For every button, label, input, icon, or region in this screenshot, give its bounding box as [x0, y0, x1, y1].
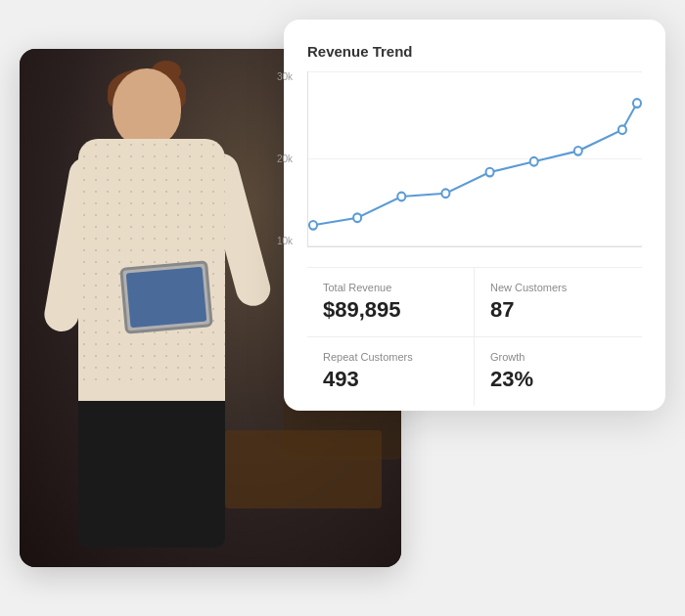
stat-value-repeat-customers: 493: [323, 367, 458, 392]
svg-point-2: [397, 193, 405, 201]
stat-cell-total-revenue: Total Revenue $89,895: [307, 268, 475, 337]
svg-point-3: [441, 189, 449, 198]
person-tablet: [119, 260, 213, 334]
y-label-mid: 20k: [277, 154, 293, 164]
chart-title: Revenue Trend: [307, 43, 642, 60]
y-label-top: 30k: [277, 71, 293, 82]
stat-value-growth: 23%: [490, 367, 626, 392]
person-figure: [49, 68, 264, 538]
y-label-bot: 10k: [277, 236, 293, 246]
svg-point-0: [309, 221, 317, 230]
stats-grid: Total Revenue $89,895 New Customers 87 R…: [307, 267, 642, 406]
stat-label-new-customers: New Customers: [490, 282, 626, 293]
svg-point-1: [353, 213, 361, 222]
person-pants: [78, 401, 225, 548]
svg-point-4: [486, 168, 494, 177]
svg-point-7: [618, 125, 626, 134]
stat-label-total-revenue: Total Revenue: [323, 282, 458, 293]
stat-label-repeat-customers: Repeat Customers: [323, 351, 458, 363]
person-tablet-screen: [126, 267, 207, 329]
svg-point-5: [530, 157, 538, 166]
svg-point-8: [633, 99, 641, 108]
stat-cell-growth: Growth 23%: [475, 337, 642, 406]
stat-value-total-revenue: $89,895: [323, 297, 458, 323]
chart-area: 30k 20k 10k: [307, 71, 642, 247]
stat-cell-new-customers: New Customers 87: [475, 268, 642, 337]
svg-point-6: [574, 147, 582, 155]
chart-svg: [308, 71, 642, 246]
person-head: [113, 68, 181, 147]
dashboard-card: Revenue Trend 30k 20k 10k: [284, 20, 665, 411]
chart-y-labels: 30k 20k 10k: [277, 71, 293, 246]
stat-label-growth: Growth: [490, 351, 626, 363]
stat-cell-repeat-customers: Repeat Customers 493: [307, 337, 475, 406]
stat-value-new-customers: 87: [490, 297, 626, 323]
scene: Revenue Trend 30k 20k 10k: [20, 20, 665, 596]
